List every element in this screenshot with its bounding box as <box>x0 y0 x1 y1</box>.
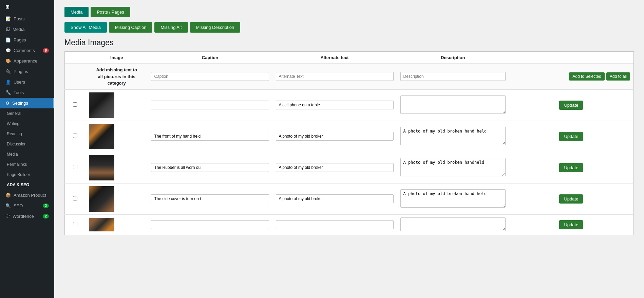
row1-alt-cell <box>272 89 397 121</box>
submenu-label: ADA & SEO <box>7 182 29 187</box>
table-header-row: Image Caption Alternate text Description <box>65 52 634 64</box>
add-row-btns: Add to Selected Add to all <box>512 72 630 81</box>
filter-missing-caption[interactable]: Missing Caption <box>109 22 153 33</box>
row4-thumbnail <box>89 186 114 212</box>
sidebar-item-label: Appearance <box>14 58 37 64</box>
submenu-page-builder[interactable]: Page Builder <box>0 170 54 180</box>
sidebar-item-media[interactable]: 🖼 Media <box>0 24 54 35</box>
sidebar-item-plugins[interactable]: 🔌 Plugins <box>0 66 54 77</box>
add-missing-caption-input[interactable] <box>151 72 269 81</box>
row5-action-cell: Update <box>509 214 634 235</box>
row1-caption-cell <box>148 89 272 121</box>
add-missing-row: Add missing text to all pictures in this… <box>65 64 634 90</box>
sidebar-item-posts[interactable]: 📝 Posts <box>0 14 54 24</box>
wordfence-icon: 🛡 <box>5 214 10 219</box>
row5-desc-textarea[interactable] <box>400 217 506 231</box>
sidebar-item-label: Amazon Product <box>14 193 46 198</box>
row4-image-cell <box>86 183 148 214</box>
table-row: A photo of my old broken hand held Updat… <box>65 121 634 152</box>
row5-caption-input[interactable] <box>151 220 269 229</box>
row5-checkbox[interactable] <box>73 222 77 226</box>
sidebar-item-amazon[interactable]: 📦 Amazon Product <box>0 190 54 200</box>
row4-alt-cell <box>272 183 397 214</box>
pages-icon: 📄 <box>5 37 11 42</box>
add-missing-line2: all pictures in this category <box>98 74 135 86</box>
row4-alt-input[interactable] <box>276 194 394 203</box>
row1-update-button[interactable]: Update <box>559 101 583 110</box>
row1-checkbox[interactable] <box>73 102 77 107</box>
col-desc-header: Description <box>397 52 509 64</box>
filter-missing-alt[interactable]: Missing Alt <box>154 22 188 33</box>
users-icon: 👤 <box>5 80 11 85</box>
submenu-general[interactable]: General <box>0 108 54 119</box>
add-missing-alt-cell <box>272 64 397 90</box>
posts-icon: 📝 <box>5 16 11 21</box>
row3-caption-input[interactable] <box>151 163 269 172</box>
add-to-selected-button[interactable]: Add to Selected <box>569 72 605 81</box>
row1-caption-input[interactable] <box>151 101 269 109</box>
submenu-label: Page Builder <box>7 172 30 177</box>
wp-icon: ⊞ <box>5 4 10 10</box>
row2-desc-textarea[interactable]: A photo of my old broken hand held <box>400 127 506 145</box>
col-action-header <box>509 52 634 64</box>
row5-image-cell <box>86 214 148 235</box>
row5-alt-input[interactable] <box>276 220 394 229</box>
row4-desc-textarea[interactable]: A photo of my old broken hand held <box>400 189 506 208</box>
add-missing-alt-input[interactable] <box>276 72 394 81</box>
row2-thumbnail <box>89 124 114 149</box>
sidebar-item-comments[interactable]: 💬 Comments 9 <box>0 45 54 56</box>
sidebar-item-appearance[interactable]: 🎨 Appearance <box>0 56 54 66</box>
row3-update-button[interactable]: Update <box>559 163 583 172</box>
sidebar-logo: ⊞ <box>0 0 54 14</box>
sidebar: ⊞ 📝 Posts 🖼 Media 📄 Pages 💬 Comments 9 🎨… <box>0 0 54 298</box>
row1-check-cell <box>65 89 86 121</box>
row4-checkbox[interactable] <box>73 196 77 200</box>
add-to-all-button[interactable]: Add to all <box>606 72 630 81</box>
table-row: Update <box>65 214 634 235</box>
sidebar-item-wordfence[interactable]: 🛡 Wordfence 2 <box>0 211 54 222</box>
wordfence-badge: 2 <box>43 214 49 218</box>
row3-desc-cell: A photo of my old broken handheld <box>397 152 509 183</box>
sidebar-item-label: Posts <box>14 16 25 21</box>
row1-desc-textarea[interactable] <box>400 95 506 114</box>
submenu-permalinks[interactable]: Permalinks <box>0 159 54 170</box>
row3-caption-cell <box>148 152 272 183</box>
row2-caption-input[interactable] <box>151 132 269 141</box>
filter-show-all[interactable]: Show All Media <box>64 22 107 33</box>
sidebar-item-settings[interactable]: ⚙ Settings <box>0 98 54 108</box>
row3-desc-textarea[interactable]: A photo of my old broken handheld <box>400 158 506 176</box>
seo-icon: 🔍 <box>5 203 11 208</box>
submenu-discussion[interactable]: Discussion <box>0 139 54 149</box>
row2-update-button[interactable]: Update <box>559 132 583 141</box>
amazon-icon: 📦 <box>5 193 11 198</box>
submenu-reading[interactable]: Reading <box>0 129 54 139</box>
sidebar-item-label: Media <box>13 27 24 32</box>
plugins-icon: 🔌 <box>5 69 11 74</box>
sidebar-item-users[interactable]: 👤 Users <box>0 77 54 87</box>
row3-alt-input[interactable] <box>276 163 394 172</box>
col-alt-header: Alternate text <box>272 52 397 64</box>
sidebar-item-tools[interactable]: 🔧 Tools <box>0 87 54 98</box>
row2-alt-input[interactable] <box>276 132 394 141</box>
sidebar-item-seo[interactable]: 🔍 SEO 2 <box>0 200 54 211</box>
sidebar-item-pages[interactable]: 📄 Pages <box>0 35 54 45</box>
row3-checkbox[interactable] <box>73 165 77 169</box>
main-content: Media Posts / Pages Show All Media Missi… <box>54 0 644 298</box>
add-missing-desc-input[interactable] <box>400 72 506 81</box>
submenu-ada-seo[interactable]: ADA & SEO <box>0 180 54 190</box>
sidebar-item-label: Plugins <box>14 69 28 74</box>
tab-media[interactable]: Media <box>64 7 89 17</box>
row4-update-button[interactable]: Update <box>559 194 583 204</box>
row4-caption-input[interactable] <box>151 194 269 203</box>
row1-alt-input[interactable] <box>276 101 394 109</box>
filter-missing-description[interactable]: Missing Description <box>190 22 241 33</box>
row2-checkbox[interactable] <box>73 134 77 138</box>
tab-posts-pages[interactable]: Posts / Pages <box>91 7 130 17</box>
submenu-label: Permalinks <box>7 162 27 167</box>
row5-update-button[interactable]: Update <box>559 220 583 229</box>
settings-icon: ⚙ <box>5 101 10 106</box>
add-missing-caption-cell <box>148 64 272 90</box>
submenu-writing[interactable]: Writing <box>0 119 54 129</box>
row4-desc-cell: A photo of my old broken hand held <box>397 183 509 214</box>
submenu-media[interactable]: Media <box>0 149 54 159</box>
